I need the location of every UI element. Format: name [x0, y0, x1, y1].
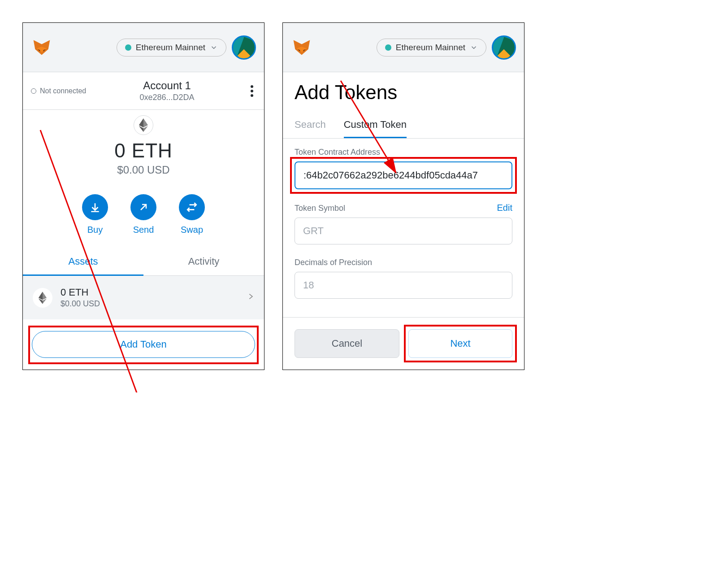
symbol-label-row: Token Symbol Edit	[295, 203, 512, 213]
chevron-down-icon	[470, 44, 478, 52]
swap-label: Swap	[181, 225, 203, 235]
tabs: Assets Activity	[23, 248, 264, 276]
contract-address-input[interactable]	[295, 161, 512, 189]
add-token-section: Add Token	[23, 319, 264, 370]
footer: Cancel Next	[283, 317, 524, 370]
header: Ethereum Mainnet	[283, 23, 524, 72]
arrow-up-right-icon	[130, 194, 156, 220]
eth-icon	[33, 288, 52, 308]
chevron-right-icon	[247, 290, 254, 305]
edit-symbol-link[interactable]: Edit	[497, 203, 512, 213]
metamask-logo-icon	[291, 37, 312, 58]
svg-marker-7	[139, 118, 143, 127]
account-menu-button[interactable]	[248, 83, 256, 100]
usd-balance: $0.00 USD	[23, 164, 264, 176]
actions-row: Buy Send Swap	[23, 185, 264, 248]
wallet-home-panel: Ethereum Mainnet Not connected Account 1…	[22, 22, 264, 370]
account-row: Not connected Account 1 0xe286...D2DA	[23, 72, 264, 106]
connection-status-label: Not connected	[40, 87, 86, 95]
asset-usd: $0.00 USD	[61, 299, 239, 309]
token-form: Token Contract Address Token Symbol Edit…	[283, 139, 524, 308]
title-section: Add Tokens	[283, 72, 524, 108]
eth-balance: 0 ETH	[23, 139, 264, 162]
account-avatar[interactable]	[492, 35, 516, 60]
connection-status-icon	[31, 88, 36, 94]
contract-address-label: Token Contract Address	[295, 148, 512, 157]
subtabs: Search Custom Token	[283, 108, 524, 139]
add-tokens-panel: Ethereum Mainnet Add Tokens Search Custo…	[282, 22, 524, 370]
network-selector[interactable]: Ethereum Mainnet	[117, 39, 226, 57]
eth-icon	[134, 115, 153, 135]
page-title: Add Tokens	[295, 81, 512, 104]
network-status-icon	[385, 44, 391, 51]
network-selector[interactable]: Ethereum Mainnet	[377, 39, 486, 57]
next-button[interactable]: Next	[408, 329, 512, 358]
account-avatar[interactable]	[232, 35, 256, 60]
tab-activity[interactable]: Activity	[143, 248, 264, 276]
metamask-logo-icon	[31, 37, 52, 58]
header: Ethereum Mainnet	[23, 23, 264, 72]
account-info[interactable]: Account 1 0xe286...D2DA	[86, 79, 248, 102]
asset-row-eth[interactable]: 0 ETH $0.00 USD	[23, 276, 264, 319]
swap-button[interactable]: Swap	[179, 194, 205, 235]
subtab-custom-token[interactable]: Custom Token	[344, 119, 407, 138]
add-token-button[interactable]: Add Token	[32, 331, 255, 358]
chevron-down-icon	[210, 44, 218, 52]
svg-marker-11	[39, 292, 43, 300]
send-button[interactable]: Send	[130, 194, 156, 235]
cancel-button[interactable]: Cancel	[295, 329, 399, 358]
token-symbol-label: Token Symbol	[295, 204, 345, 213]
network-label: Ethereum Mainnet	[396, 43, 465, 52]
asset-amount: 0 ETH	[61, 287, 239, 298]
network-label: Ethereum Mainnet	[136, 43, 205, 52]
swap-icon	[179, 194, 205, 220]
connection-status[interactable]: Not connected	[31, 87, 86, 95]
network-status-icon	[125, 44, 131, 51]
token-symbol-input	[295, 218, 512, 244]
subtab-search[interactable]: Search	[295, 119, 326, 138]
account-address: 0xe286...D2DA	[86, 93, 248, 102]
download-icon	[82, 194, 108, 220]
decimals-input	[295, 272, 512, 299]
send-label: Send	[133, 225, 154, 235]
balance-section: 0 ETH $0.00 USD	[23, 110, 264, 185]
tab-assets[interactable]: Assets	[23, 248, 143, 276]
buy-label: Buy	[87, 225, 103, 235]
decimals-label: Decimals of Precision	[295, 258, 512, 267]
buy-button[interactable]: Buy	[82, 194, 108, 235]
account-name: Account 1	[86, 79, 248, 92]
